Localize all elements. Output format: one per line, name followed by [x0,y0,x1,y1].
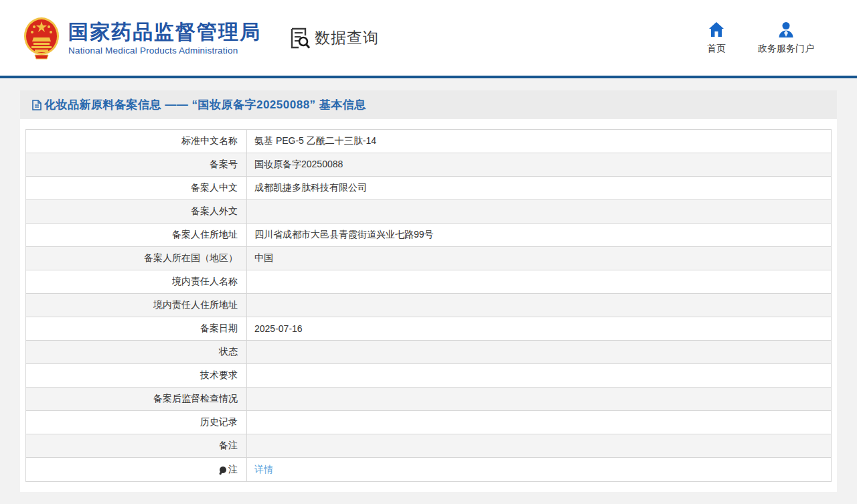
data-query-label: 数据查询 [315,27,379,48]
document-search-icon [289,27,311,50]
row-label: 备案人外文 [26,200,247,223]
site-subtitle: National Medical Products Administration [68,46,261,56]
row-value: 成都凯捷多肽科技有限公司 [247,177,831,199]
table-row: 状态 [26,341,831,364]
info-card: 标准中文名称氨基 PEG-5 乙酰二十三肽-14备案号国妆原备字20250088… [20,119,837,492]
registration-info-table: 标准中文名称氨基 PEG-5 乙酰二十三肽-14备案号国妆原备字20250088… [25,129,832,482]
table-row: 备案号国妆原备字20250088 [26,153,831,177]
row-value [247,364,831,387]
row-value: 国妆原备字20250088 [247,153,831,176]
row-label: 备注 [26,434,247,457]
table-row: 备案人中文成都凯捷多肽科技有限公司 [26,177,831,200]
nav-gov-portal[interactable]: 政务服务门户 [758,21,814,55]
row-value [247,270,831,293]
row-value: 氨基 PEG-5 乙酰二十三肽-14 [247,130,831,153]
table-row: 备案日期2025-07-16 [26,317,831,341]
data-query-section: 数据查询 [289,27,379,50]
row-value: 详情 [247,458,831,481]
table-row: 境内责任人住所地址 [26,294,831,317]
site-header: 国家药品监督管理局 National Medical Products Admi… [0,0,857,76]
row-label: 历史记录 [26,411,247,434]
row-label: 技术要求 [26,364,247,387]
row-value [247,294,831,317]
table-row: 历史记录 [26,411,831,434]
row-value [247,434,831,457]
row-value: 四川省成都市大邑县青霞街道兴业七路99号 [247,224,831,246]
table-row: 备案人住所地址四川省成都市大邑县青霞街道兴业七路99号 [26,224,831,247]
user-icon [777,21,795,38]
row-label: 标准中文名称 [26,130,247,153]
row-label: 备案人住所地址 [26,224,247,246]
document-icon [32,100,42,110]
row-value [247,341,831,363]
table-row: 备注 [26,434,831,458]
row-label: 备案人中文 [26,177,247,199]
row-value [247,200,831,223]
national-emblem-icon [23,16,60,60]
page-title-bar: 化妆品新原料备案信息 —— “国妆原备字20250088” 基本信息 [20,90,837,119]
row-label: 境内责任人名称 [26,270,247,293]
row-value [247,388,831,410]
table-row: 注详情 [26,458,831,481]
main-content: 化妆品新原料备案信息 —— “国妆原备字20250088” 基本信息 标准中文名… [20,90,837,492]
table-row: 标准中文名称氨基 PEG-5 乙酰二十三肽-14 [26,130,831,153]
detail-link[interactable]: 详情 [254,464,273,476]
page-title-text: 化妆品新原料备案信息 —— “国妆原备字20250088” 基本信息 [44,97,366,112]
page-title: 化妆品新原料备案信息 —— “国妆原备字20250088” 基本信息 [32,97,366,112]
row-value: 2025-07-16 [247,317,831,340]
row-label: 备案日期 [26,317,247,340]
home-icon [708,21,725,38]
table-row: 备案人外文 [26,200,831,224]
row-label: 备案人所在国（地区） [26,247,247,270]
row-value [247,411,831,434]
header-divider [0,76,857,78]
table-row: 备案人所在国（地区）中国 [26,247,831,270]
nav-home-label: 首页 [707,43,726,55]
nav-home[interactable]: 首页 [707,21,726,55]
site-title: 国家药品监督管理局 [68,21,261,43]
nav-gov-portal-label: 政务服务门户 [758,43,814,55]
row-label: 状态 [26,341,247,363]
nmpa-logo: 国家药品监督管理局 National Medical Products Admi… [23,16,261,60]
table-row: 备案后监督检查情况 [26,388,831,411]
row-value: 中国 [247,247,831,270]
note-balloon-icon [220,467,226,473]
table-row: 技术要求 [26,364,831,388]
row-label: 备案后监督检查情况 [26,388,247,410]
row-label: 境内责任人住所地址 [26,294,247,317]
table-row: 境内责任人名称 [26,270,831,294]
header-nav: 首页 政务服务门户 [707,21,837,55]
row-label: 注 [26,458,247,481]
row-label: 备案号 [26,153,247,176]
